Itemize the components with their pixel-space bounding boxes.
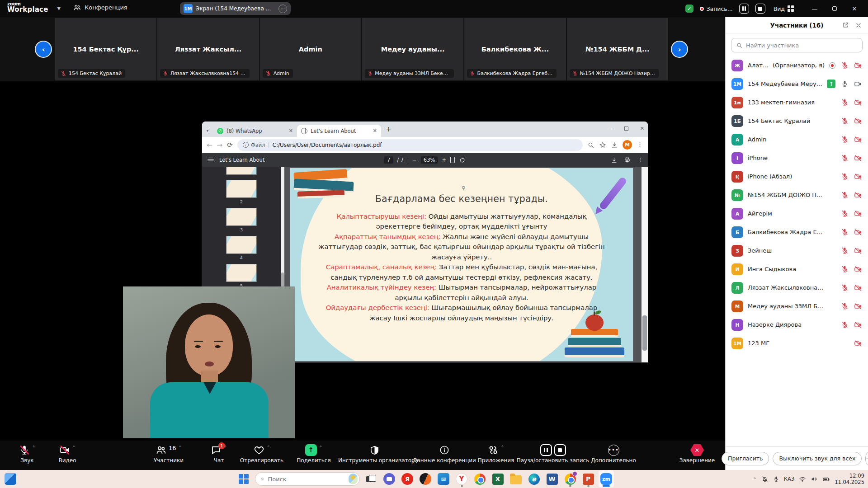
page-thumbnail[interactable]: [226, 264, 257, 282]
chevron-up-icon[interactable]: ⌃: [319, 445, 323, 450]
chrome-profile-button[interactable]: [562, 470, 578, 488]
pdf-menu-icon[interactable]: [208, 158, 214, 163]
word-button[interactable]: W: [544, 470, 560, 488]
tab-conference[interactable]: Конференция: [73, 4, 127, 11]
video-tile[interactable]: Балкибекова Ж... Балкибекова Жадра Ергеб…: [464, 18, 566, 80]
fit-page-icon[interactable]: [450, 157, 455, 163]
tray-expand-icon[interactable]: ⌃: [753, 477, 756, 482]
address-bar[interactable]: i Файл | C:/Users/User/Documents/авторлы…: [237, 139, 583, 151]
video-tile[interactable]: Ляззат Жаксыл... Ляззат Жаксылвковна154 …: [157, 18, 259, 80]
minimize-button[interactable]: —: [805, 5, 825, 12]
tab-shared-screen[interactable]: 1M Экран (154 Медеубаева Меруерт ⋯: [180, 2, 291, 15]
participant-row[interactable]: 1м 133 мектеп-гимназия: [726, 93, 868, 112]
video-button[interactable]: ⌃ Видео: [51, 444, 84, 464]
task-view-button[interactable]: [363, 470, 379, 488]
restore-button[interactable]: [825, 5, 844, 12]
more-options-icon[interactable]: ⋯: [278, 5, 287, 13]
tab-pdf[interactable]: Let's Learn About ✕: [297, 125, 381, 137]
react-button[interactable]: ⌃ Отреагировать: [235, 444, 288, 464]
chat-button[interactable]: 1 ⌃ Чат: [204, 444, 233, 464]
participant-row[interactable]: 1М 123 МГ: [726, 334, 868, 352]
participant-row[interactable]: Б Балкибекова Жадра Ергебеков...: [726, 223, 868, 241]
print-icon[interactable]: [624, 157, 631, 164]
new-tab-button[interactable]: +: [381, 125, 396, 137]
start-button[interactable]: [236, 470, 251, 488]
record-control-button[interactable]: Пауза/остановить запись: [514, 444, 591, 464]
browser-orange-button[interactable]: [418, 470, 433, 488]
tray-mic-icon[interactable]: [773, 476, 779, 482]
video-tile[interactable]: Admin Admin: [260, 18, 361, 80]
browser-maximize-button[interactable]: [624, 127, 628, 131]
chevron-down-icon[interactable]: ▼: [57, 5, 61, 11]
meeting-info-button[interactable]: Данные конференции: [410, 444, 478, 464]
more-button[interactable]: ••• Дополнительно: [589, 444, 638, 464]
back-button[interactable]: ←: [207, 141, 212, 149]
profile-avatar[interactable]: М: [623, 140, 632, 150]
security-shield-icon[interactable]: ✓: [685, 5, 693, 13]
participant-search[interactable]: [731, 38, 863, 52]
chevron-up-icon[interactable]: ⌃: [267, 445, 270, 450]
speaker-webcam-video[interactable]: [123, 286, 295, 438]
participant-row[interactable]: М Медеу ауданы 33МЛ Бекеева А...: [726, 297, 868, 315]
participant-row[interactable]: 1Б 154 Бектас Құралай: [726, 112, 868, 130]
participant-row[interactable]: 1M 154 Медеубаева Меруерт ↑: [726, 75, 868, 93]
reload-button[interactable]: ⟳: [227, 141, 233, 149]
next-participants-button[interactable]: ›: [672, 42, 687, 57]
participant-row[interactable]: І( iPhone (Абзал): [726, 167, 868, 186]
mute-all-button[interactable]: Выключить звук для всех: [773, 452, 862, 465]
search-input[interactable]: [746, 42, 858, 49]
clock[interactable]: 12:09 11.04.2025: [835, 473, 864, 486]
participant-row[interactable]: № №154 ЖББМ ДОІЖО Назира А...: [726, 186, 868, 204]
video-tile[interactable]: 154 Бектас Құр... 154 Бектас Құралай: [55, 18, 156, 80]
forward-button[interactable]: →: [217, 141, 223, 149]
widgets-icon[interactable]: [5, 473, 16, 485]
invite-button[interactable]: Пригласить: [722, 452, 769, 465]
page-thumbnail[interactable]: [226, 236, 257, 254]
zoom-page-icon[interactable]: [587, 141, 594, 149]
taskbar-search[interactable]: [255, 472, 360, 486]
volume-icon[interactable]: [811, 475, 818, 483]
excel-button[interactable]: X: [490, 470, 505, 488]
view-button[interactable]: Вид: [774, 5, 794, 12]
audio-button[interactable]: ⌃ Звук: [13, 444, 42, 464]
chevron-up-icon[interactable]: ⌃: [179, 445, 182, 450]
download-icon[interactable]: [611, 157, 618, 164]
share-screen-button[interactable]: ↑ ⌃ Поделиться: [292, 444, 336, 464]
file-scheme-chip[interactable]: i Файл: [243, 142, 265, 148]
language-indicator[interactable]: КАЗ: [784, 476, 794, 482]
chat-app-button[interactable]: [382, 470, 397, 488]
rotate-icon[interactable]: [459, 157, 466, 164]
participant-row[interactable]: I iPhone: [726, 149, 868, 167]
close-tab-icon[interactable]: ✕: [373, 128, 377, 134]
weather-widget-icon[interactable]: [349, 474, 358, 484]
panel-more-button[interactable]: ⋯: [865, 452, 868, 465]
edge-button[interactable]: e: [526, 470, 542, 488]
participant-row[interactable]: Л Ляззат Жаксылвковна154 ЖББМ: [726, 278, 868, 297]
video-tile[interactable]: №154 ЖББМ Д... №154 ЖББМ ДОІЖО Назира А.…: [567, 18, 668, 80]
browser-close-button[interactable]: ✕: [640, 126, 644, 131]
download-icon[interactable]: [611, 141, 618, 149]
close-panel-icon[interactable]: [855, 22, 862, 28]
chevron-up-icon[interactable]: ⌃: [224, 445, 227, 450]
tab-whatsapp[interactable]: ✆ (8) WhatsApp ✕: [213, 125, 297, 137]
zoom-level[interactable]: 63%: [421, 156, 438, 164]
zoom-app-button[interactable]: zm: [599, 470, 614, 488]
pdf-scrollbar[interactable]: [642, 167, 648, 362]
video-tile[interactable]: Медеу ауданы... Медеу ауданы 33МЛ Бекеев…: [362, 18, 463, 80]
wifi-icon[interactable]: [799, 475, 806, 483]
battery-icon[interactable]: [822, 475, 830, 483]
close-button[interactable]: ✕: [844, 5, 864, 12]
zoom-out-button[interactable]: −: [412, 157, 417, 163]
chevron-up-icon[interactable]: ⌃: [32, 445, 36, 450]
page-thumbnail[interactable]: [226, 180, 257, 198]
yandex-browser-button[interactable]: Y: [454, 470, 469, 488]
host-tools-button[interactable]: Инструменты организатора: [338, 444, 410, 464]
mail-button[interactable]: ✉: [436, 470, 451, 488]
pdf-more-icon[interactable]: [637, 157, 643, 163]
participant-row[interactable]: A Admin: [726, 130, 868, 149]
chevron-up-icon[interactable]: ⌃: [72, 445, 76, 450]
pause-recording-button[interactable]: [739, 4, 749, 14]
stop-recording-icon[interactable]: [554, 444, 566, 456]
page-thumbnail[interactable]: [226, 208, 257, 226]
apps-button[interactable]: ⌃ Приложения: [476, 444, 516, 464]
